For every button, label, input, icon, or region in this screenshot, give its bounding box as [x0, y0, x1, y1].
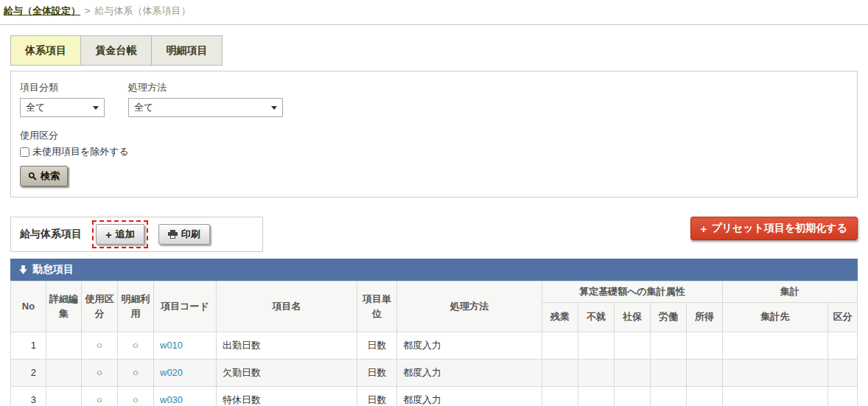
plus-icon: + — [701, 223, 707, 234]
cell-item-unit: 日数 — [357, 359, 397, 386]
table-row: 3 ○ ○ w030 特休日数 日数 都度入力 — [11, 386, 858, 406]
cell-processing: 都度入力 — [397, 359, 542, 386]
kintai-group-title: 勤怠項目 — [32, 263, 74, 276]
cell-item-name: 特休日数 — [217, 386, 357, 406]
printer-icon — [168, 230, 178, 239]
add-button-highlight: + 追加 — [92, 220, 148, 248]
cell-shotoku — [687, 386, 723, 406]
cell-shaho — [615, 359, 651, 386]
cell-shaho — [615, 332, 651, 359]
cell-no: 1 — [11, 332, 46, 359]
cell-processing: 都度入力 — [397, 386, 542, 406]
tab-taikei-koumoku[interactable]: 体系項目 — [10, 35, 81, 66]
breadcrumb-current: 給与体系（体系項目） — [95, 5, 191, 16]
tab-chingin-daicho[interactable]: 賃金台帳 — [81, 35, 152, 66]
cell-fushu — [578, 332, 615, 359]
cell-no: 3 — [11, 386, 46, 406]
col-header-fushu: 不就 — [578, 302, 615, 332]
cell-fushu — [578, 386, 615, 406]
cell-kubun — [828, 359, 858, 386]
col-header-detail-edit: 詳細編集 — [46, 281, 82, 332]
init-preset-button[interactable]: + プリセット項目を初期化する — [690, 217, 858, 240]
search-button[interactable]: 検索 — [20, 166, 68, 186]
col-header-shaho: 社保 — [615, 302, 651, 332]
item-category-value: 全て — [26, 101, 45, 114]
col-header-meisai-riyo: 明細利用 — [118, 281, 154, 332]
cell-item-unit: 日数 — [357, 386, 397, 406]
cell-item-code: w010 — [154, 332, 217, 359]
cell-item-name: 出勤日数 — [217, 332, 357, 359]
cell-total-dest — [723, 359, 828, 386]
cell-kubun — [828, 386, 858, 406]
divider — [0, 24, 868, 25]
cell-use-kubun: ○ — [82, 332, 118, 359]
section-row: 給与体系項目 + 追加 印刷 + プリセット項目を初期化する — [10, 217, 858, 252]
search-button-label: 検索 — [41, 169, 60, 183]
filter-panel: 項目分類 全て 処理方法 全て 使用区分 未使用項目を除外する 検索 — [10, 71, 858, 197]
exclude-unused-label: 未使用項目を除外する — [32, 145, 129, 158]
kintai-group-header[interactable]: 勤怠項目 — [10, 259, 858, 281]
processing-method-label: 処理方法 — [128, 81, 283, 94]
cell-detail-edit — [46, 386, 82, 406]
processing-method-select[interactable]: 全て — [128, 98, 283, 117]
item-category-select[interactable]: 全て — [20, 98, 105, 117]
item-code-link[interactable]: w030 — [160, 394, 183, 405]
cell-kubun — [828, 332, 858, 359]
cell-shotoku — [687, 332, 723, 359]
cell-no: 2 — [11, 359, 46, 386]
collapse-down-icon — [19, 265, 27, 274]
add-button-label: 追加 — [116, 228, 135, 241]
chevron-down-icon — [271, 106, 277, 110]
col-header-use-kubun: 使用区分 — [82, 281, 118, 332]
cell-use-kubun: ○ — [82, 359, 118, 386]
cell-shotoku — [687, 359, 723, 386]
cell-meisai-riyo: ○ — [118, 359, 154, 386]
cell-meisai-riyo: ○ — [118, 332, 154, 359]
cell-total-dest — [723, 386, 828, 406]
item-category-label: 項目分類 — [20, 81, 105, 94]
search-icon — [28, 172, 37, 181]
col-group-calc-base: 算定基礎額への集計属性 — [542, 281, 723, 303]
cell-rodo — [651, 386, 687, 406]
item-code-link[interactable]: w020 — [160, 367, 183, 378]
cell-item-unit: 日数 — [357, 332, 397, 359]
cell-processing: 都度入力 — [397, 332, 542, 359]
breadcrumb-link-payroll[interactable]: 給与（全体設定） — [4, 5, 80, 16]
cell-overtime — [542, 386, 578, 406]
cell-item-name: 欠勤日数 — [217, 359, 357, 386]
col-header-overtime: 残業 — [542, 302, 578, 332]
col-header-processing: 処理方法 — [397, 281, 542, 332]
breadcrumb: 給与（全体設定）>給与体系（体系項目） — [0, 0, 868, 18]
usage-kubun-label: 使用区分 — [20, 129, 848, 142]
tab-bar: 体系項目 賃金台帳 明細項目 — [10, 35, 868, 66]
cell-total-dest — [723, 332, 828, 359]
processing-method-value: 全て — [134, 101, 153, 114]
filter-processing-method: 処理方法 全て — [128, 81, 283, 117]
cell-shaho — [615, 386, 651, 406]
cell-rodo — [651, 359, 687, 386]
exclude-unused-row: 未使用項目を除外する — [20, 145, 848, 158]
salary-items-section: 給与体系項目 + 追加 印刷 — [10, 217, 263, 252]
table-row: 1 ○ ○ w010 出勤日数 日数 都度入力 — [11, 332, 858, 359]
section-title: 給与体系項目 — [20, 228, 82, 241]
col-header-total-dest: 集計先 — [723, 302, 828, 332]
col-group-total: 集計 — [723, 281, 858, 303]
cell-item-code: w020 — [154, 359, 217, 386]
add-button[interactable]: + 追加 — [96, 224, 144, 245]
plus-icon: + — [105, 229, 112, 240]
cell-use-kubun: ○ — [82, 386, 118, 406]
col-header-kubun: 区分 — [828, 302, 858, 332]
cell-item-code: w030 — [154, 386, 217, 406]
col-header-rodo: 労働 — [651, 302, 687, 332]
cell-overtime — [542, 332, 578, 359]
exclude-unused-checkbox[interactable] — [20, 147, 29, 157]
chevron-down-icon — [93, 106, 99, 110]
item-code-link[interactable]: w010 — [160, 340, 183, 351]
print-button-label: 印刷 — [181, 228, 200, 241]
cell-detail-edit — [46, 359, 82, 386]
cell-meisai-riyo: ○ — [118, 386, 154, 406]
cell-overtime — [542, 359, 578, 386]
col-header-no: No — [11, 281, 46, 332]
tab-meisai-koumoku[interactable]: 明細項目 — [152, 35, 223, 66]
print-button[interactable]: 印刷 — [158, 224, 210, 245]
